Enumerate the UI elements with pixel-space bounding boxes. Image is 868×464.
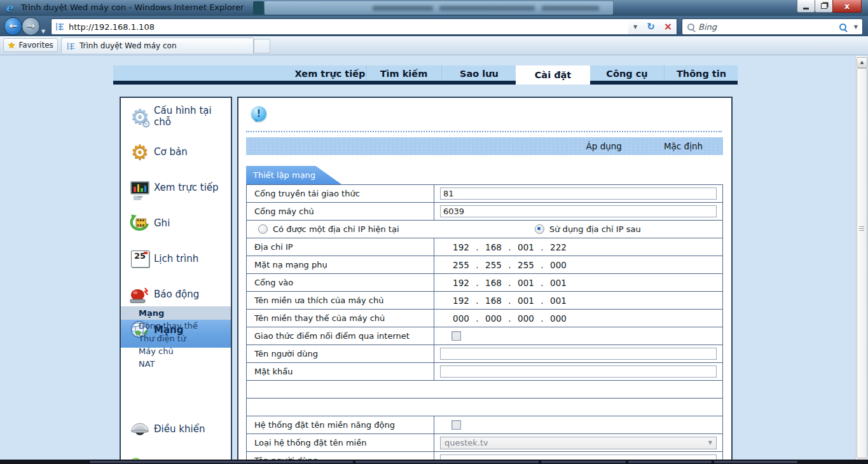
sidebar-item-co-ban[interactable]: ⚙ Cơ bản: [121, 134, 231, 170]
field-label: Cổng vào: [247, 274, 434, 291]
window-title: Trình duyệt Wed máy con - Windows Intern…: [21, 3, 244, 12]
sidebar-item-nguoi-su-dung[interactable]: Người sử dụng: [121, 447, 231, 460]
new-tab-button[interactable]: [254, 39, 270, 53]
submenu-item-thu-dien-tu[interactable]: Thư điện tử: [121, 332, 231, 345]
browser-tab[interactable]: Trình duyệt Wed máy con: [61, 38, 254, 53]
search-placeholder: Bing: [698, 22, 717, 32]
recent-pages-caret-icon[interactable]: ▼: [41, 24, 45, 36]
row-preferred-dns: Tên miền ưa thích của máy chủ 192. 168. …: [247, 292, 722, 310]
tab-cong-cu[interactable]: Công cụ: [590, 65, 664, 81]
row-ddns-type: Loại hệ thống đặt tên miền questek.tv ▼: [247, 434, 722, 452]
subnet-mask-value[interactable]: 255. 255. 255. 000: [450, 260, 570, 270]
monitor-icon: [126, 181, 154, 194]
tab-sao-luu[interactable]: Sao lưu: [441, 65, 516, 81]
tab-cai-dat[interactable]: Cài đặt: [516, 65, 590, 85]
gateway-value[interactable]: 192. 168. 001. 001: [450, 278, 570, 288]
submenu-item-mang[interactable]: Mạng: [121, 306, 231, 320]
search-box[interactable]: Bing ▼: [682, 18, 863, 35]
sidebar-item-dieu-khien[interactable]: Điều khiển: [121, 411, 231, 447]
default-button[interactable]: Mặc định: [664, 141, 703, 151]
sidebar-item-lich-trinh[interactable]: 25 Lịch trình: [121, 241, 231, 276]
row-gateway: Cổng vào 192. 168. 001. 001: [247, 274, 722, 292]
window-controls: x: [797, 0, 862, 12]
stop-button[interactable]: ×: [659, 18, 677, 35]
row-ip-mode: Có được một địa chỉ IP hiện tại Sử dụng …: [247, 221, 722, 238]
close-button[interactable]: x: [832, 0, 862, 13]
ddns-username-input[interactable]: [440, 454, 717, 460]
preferred-dns-value[interactable]: 192. 168. 001. 001: [450, 296, 570, 306]
row-ip-address: Địa chỉ IP 192. 168. 001. 222: [247, 238, 722, 256]
row-server-port: Cổng máy chủ: [247, 203, 722, 221]
field-label: Tên miền ưa thích của máy chủ: [247, 292, 434, 309]
settings-sidebar: ⚙⚙ Cấu hình tại chỗ ⚙ Cơ bản Xem trực ti…: [120, 97, 232, 460]
scroll-up-icon[interactable]: ▲: [857, 57, 867, 68]
field-label: Tên miền thay thế của máy chủ: [247, 310, 434, 327]
sidebar-item-cau-hinh-tai-cho[interactable]: ⚙⚙ Cấu hình tại chỗ: [121, 99, 231, 134]
pppoe-username-input[interactable]: [440, 348, 717, 360]
vertical-scrollbar[interactable]: ▲: [855, 56, 867, 460]
field-label: Mật khẩu: [247, 363, 434, 380]
field-label: Mặt nạ mạng phụ: [247, 256, 434, 273]
network-settings-panel: ! Áp dụng Mặc định Thiết lập mạng Cổng t…: [237, 97, 733, 460]
site-favicon: [55, 22, 65, 32]
address-field[interactable]: http://192.168.1.108: [51, 18, 630, 35]
restore-button[interactable]: [815, 0, 833, 13]
submenu-item-nat[interactable]: NAT: [121, 358, 231, 371]
dhcp-radio-option[interactable]: Có được một địa chỉ IP hiện tại: [258, 221, 399, 238]
sidebar-item-ghi[interactable]: Ghi: [121, 205, 231, 241]
forward-button[interactable]: →: [22, 17, 40, 36]
search-go-icon[interactable]: [839, 24, 846, 31]
pppoe-checkbox[interactable]: [451, 331, 461, 341]
tab-thong-tin[interactable]: Thông tin: [664, 65, 738, 81]
sidebar-item-xem-truc-tiep[interactable]: Xem trực tiếp: [121, 170, 231, 205]
alternate-dns-value[interactable]: 000. 000. 000. 000: [450, 313, 570, 324]
ddns-type-value: questek.tv: [444, 438, 488, 447]
url-text: http://192.168.1.108: [69, 22, 155, 32]
http-port-input[interactable]: [440, 188, 717, 200]
favorites-bar: ★ Favorites Trình duyệt Wed máy con: [0, 36, 868, 55]
favorites-button[interactable]: ★ Favorites: [3, 38, 58, 52]
section-tab-thiet-lap-mang: Thiết lập mạng: [246, 166, 341, 184]
refresh-button[interactable]: ↻: [642, 18, 660, 35]
server-port-input[interactable]: [440, 205, 717, 217]
title-bar: e Trình duyệt Wed máy con - Windows Inte…: [0, 0, 868, 16]
static-ip-radio[interactable]: [535, 224, 544, 234]
field-label: Tên người dùng: [247, 452, 434, 460]
star-icon: ★: [8, 41, 16, 50]
scrollbar-thumb[interactable]: [857, 68, 867, 458]
submenu-item-may-chu[interactable]: Máy chủ: [121, 345, 231, 358]
alarm-light-icon: [126, 284, 154, 304]
static-ip-radio-option[interactable]: Sử dụng địa chỉ IP sau: [535, 221, 641, 238]
search-options-caret-icon[interactable]: ▼: [854, 24, 858, 30]
submenu-item-dong-thay-the[interactable]: Dòng thay thế: [121, 320, 231, 332]
back-button[interactable]: ←: [4, 17, 22, 36]
tab-favicon: [66, 41, 76, 51]
spacer-row: [247, 381, 722, 399]
web-page: Xem trực tiếp Tìm kiếm Sao lưu Cài đặt C…: [0, 55, 868, 460]
chevron-down-icon: ▼: [708, 440, 712, 446]
row-username-ddns: Tên người dùng: [247, 452, 722, 460]
gear-icon: ⚙: [126, 142, 154, 163]
site-tab-underline: [113, 81, 738, 85]
search-icon: [687, 24, 694, 31]
ip-address-value[interactable]: 192. 168. 001. 222: [450, 242, 570, 252]
tab-tim-kiem[interactable]: Tìm kiếm: [366, 65, 441, 81]
browser-tab-title: Trình duyệt Wed máy con: [79, 41, 177, 50]
ddns-type-select[interactable]: questek.tv ▼: [440, 437, 717, 449]
ie-icon: e: [6, 1, 17, 14]
calendar-icon: 25: [126, 250, 154, 268]
background-window-title-glass: [265, 1, 613, 15]
tab-xem-truc-tiep[interactable]: Xem trực tiếp: [294, 65, 366, 81]
ddns-checkbox[interactable]: [451, 420, 461, 430]
ie-window: e Trình duyệt Wed máy con - Windows Inte…: [0, 0, 868, 464]
apply-button[interactable]: Áp dụng: [586, 141, 622, 151]
dome-camera-icon: [126, 419, 154, 439]
field-label: Loại hệ thống đặt tên miền: [247, 434, 434, 451]
minimize-button[interactable]: [797, 0, 815, 13]
pppoe-password-input[interactable]: [440, 365, 717, 378]
field-label: Hệ thống đặt tên miền năng động: [247, 416, 434, 433]
film-record-icon: [126, 212, 154, 234]
dhcp-radio[interactable]: [258, 224, 268, 234]
address-dropdown-button[interactable]: ▼: [628, 18, 643, 35]
row-subnet-mask: Mặt nạ mạng phụ 255. 255. 255. 000: [247, 256, 722, 274]
